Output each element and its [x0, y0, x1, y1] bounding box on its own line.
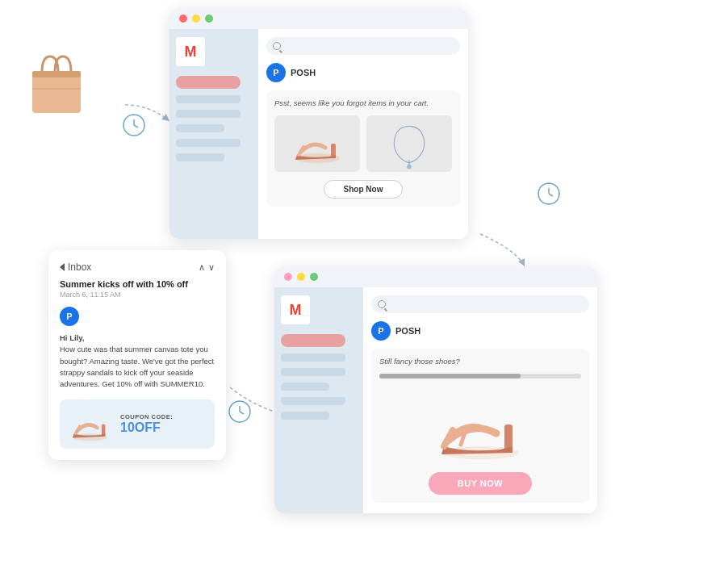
bottom-browser-titlebar: [274, 266, 597, 287]
gmail-icon: M: [176, 37, 205, 66]
bottom-sidebar-line-2: [281, 368, 345, 376]
svg-point-15: [407, 165, 412, 169]
sidebar-line-4: [176, 139, 241, 147]
bottom-email-panel: P POSH Still fancy those shoes?: [363, 287, 597, 513]
svg-line-2: [134, 125, 138, 128]
bottom-search-icon: [378, 300, 386, 308]
buy-now-button[interactable]: BUY NOW: [429, 472, 532, 495]
product-image-necklace: [366, 115, 452, 172]
coupon-code: 10OFF: [120, 420, 173, 435]
bottom-browser-window: M P POSH Still fancy those shoes?: [274, 266, 597, 513]
bottom-compose-button: [281, 334, 345, 347]
dot-yellow-2: [297, 273, 305, 281]
browser-titlebar: [169, 8, 468, 29]
bottom-sidebar-line-5: [281, 412, 329, 420]
bottom-sidebar-panel: M: [274, 287, 363, 513]
sender-row: P POSH: [266, 63, 460, 82]
svg-point-6: [229, 401, 250, 422]
bottom-gmail-icon: M: [281, 295, 310, 324]
compose-button: [176, 76, 241, 89]
sidebar-line-5: [176, 153, 224, 161]
search-icon: [273, 42, 281, 50]
email-card-text: Psst, seems like you forgot items in you…: [274, 98, 452, 107]
mobile-posh-avatar: P: [60, 307, 79, 326]
bottom-browser-body: M P POSH Still fancy those shoes?: [274, 287, 597, 513]
bottom-sidebar-line-4: [281, 397, 345, 405]
back-chevron-icon: [60, 263, 65, 271]
coupon-label: COUPON CODE:: [120, 413, 173, 420]
svg-point-3: [538, 183, 559, 204]
shop-now-button[interactable]: Shop Now: [324, 180, 404, 199]
email-subject: Summer kicks off with 10% off: [60, 279, 215, 289]
bottom-email-card-text: Still fancy those shoes?: [379, 357, 581, 366]
email-date: March 6, 11:15 AM: [60, 291, 215, 299]
coupon-text: COUPON CODE: 10OFF: [120, 413, 173, 435]
mobile-window: Inbox ∧ ∨ Summer kicks off with 10% off …: [48, 250, 226, 460]
dot-pink: [284, 273, 292, 281]
bottom-sidebar-line-1: [281, 353, 345, 362]
dot-red: [179, 15, 187, 23]
body-text: How cute was that summer canvas tote you…: [60, 345, 214, 388]
greeting: Hi Lily,: [60, 333, 84, 342]
svg-line-5: [549, 194, 553, 196]
bottom-sender-row: P POSH: [371, 321, 589, 341]
svg-rect-19: [504, 425, 513, 450]
tote-bag: [24, 48, 89, 121]
browser-body: M P POSH Psst, seems like you forgot ite…: [169, 29, 468, 239]
dot-green: [205, 15, 213, 23]
svg-rect-10: [32, 71, 81, 77]
inbox-back[interactable]: Inbox: [60, 261, 91, 273]
email-card: Psst, seems like you forgot items in you…: [266, 90, 460, 207]
collapse-icon[interactable]: ∨: [208, 262, 215, 273]
bottom-email-card: Still fancy those shoes?: [371, 349, 589, 503]
email-body-text: Hi Lily, How cute was that summer canvas…: [60, 333, 215, 390]
bottom-sidebar-line-3: [281, 383, 329, 391]
inbox-controls: ∧ ∨: [199, 262, 215, 273]
sidebar-line-3: [176, 124, 224, 132]
expand-icon[interactable]: ∧: [199, 262, 205, 273]
dot-yellow: [192, 15, 200, 23]
svg-line-8: [240, 412, 244, 414]
sender-label: POSH: [291, 68, 316, 77]
sidebar-line-1: [176, 95, 241, 103]
dot-green-2: [310, 273, 318, 281]
inbox-label: Inbox: [68, 261, 91, 273]
inbox-header: Inbox ∧ ∨: [60, 261, 215, 273]
top-browser-window: M P POSH Psst, seems like you forgot ite…: [169, 8, 468, 239]
product-image-sandal: [274, 115, 360, 172]
sidebar-line-2: [176, 110, 241, 118]
bottom-sender-label: POSH: [395, 326, 420, 336]
bottom-search-bar[interactable]: [371, 295, 589, 313]
product-images: [274, 115, 452, 172]
coupon-shoe-image: [68, 406, 112, 442]
svg-point-0: [123, 115, 144, 136]
mobile-sender-row: P: [60, 307, 215, 326]
coupon-card: COUPON CODE: 10OFF: [60, 399, 215, 449]
email-panel: P POSH Psst, seems like you forgot items…: [258, 29, 468, 239]
sidebar-panel: M: [169, 29, 258, 239]
search-bar[interactable]: [266, 37, 460, 55]
bottom-posh-avatar: P: [371, 321, 391, 341]
posh-avatar: P: [266, 63, 286, 82]
